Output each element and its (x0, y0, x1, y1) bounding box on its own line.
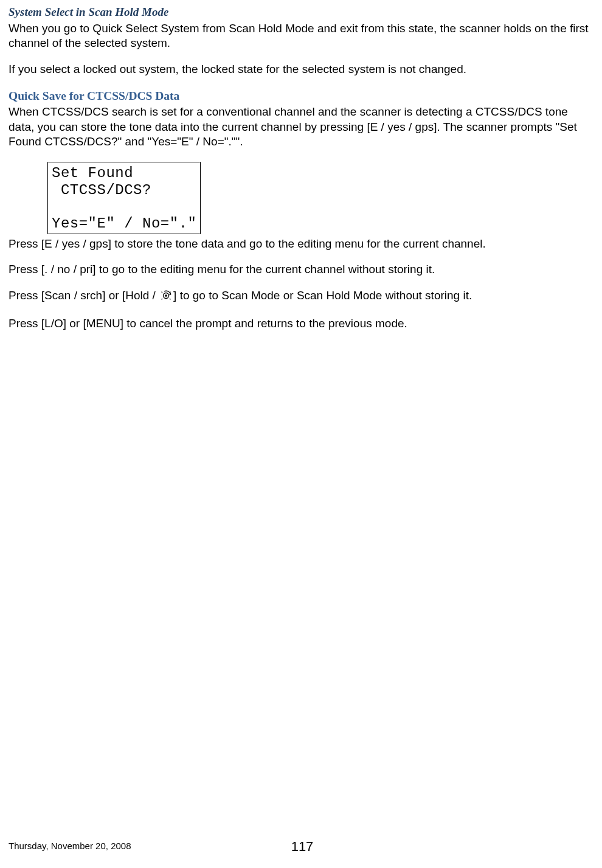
lcd-display: Set Found CTCSS/DCS? Yes="E" / No="." (47, 162, 201, 234)
resume-icon (159, 290, 173, 305)
lcd-line-3 (52, 198, 196, 215)
heading-quick-save: Quick Save for CTCSS/DCS Data (9, 88, 596, 103)
para-after-3a: Press [Scan / srch] or [Hold / (9, 289, 159, 302)
lcd-line-2: CTCSS/DCS? (52, 182, 196, 199)
para-system-select-1: When you go to Quick Select System from … (9, 21, 596, 51)
svg-point-1 (165, 295, 167, 296)
para-after-3b: ] to go to Scan Mode or Scan Hold Mode w… (173, 289, 472, 302)
para-after-4: Press [L/O] or [MENU] to cancel the prom… (9, 316, 596, 332)
para-after-1: Press [E / yes / gps] to store the tone … (9, 237, 596, 252)
heading-system-select: System Select in Scan Hold Mode (9, 5, 596, 20)
para-after-3: Press [Scan / srch] or [Hold / ] to go t… (9, 288, 596, 305)
para-after-2: Press [. / no / pri] to go to the editin… (9, 262, 596, 277)
lcd-line-1: Set Found (52, 165, 196, 182)
footer-date: Thursday, November 20, 2008 (9, 841, 131, 851)
page-footer: Thursday, November 20, 2008 117 (9, 838, 596, 853)
lcd-line-4: Yes="E" / No="." (52, 215, 196, 232)
footer-page-number: 117 (291, 838, 314, 856)
para-system-select-2: If you select a locked out system, the l… (9, 62, 596, 77)
para-quick-save-1: When CTCSS/DCS search is set for a conve… (9, 105, 596, 150)
